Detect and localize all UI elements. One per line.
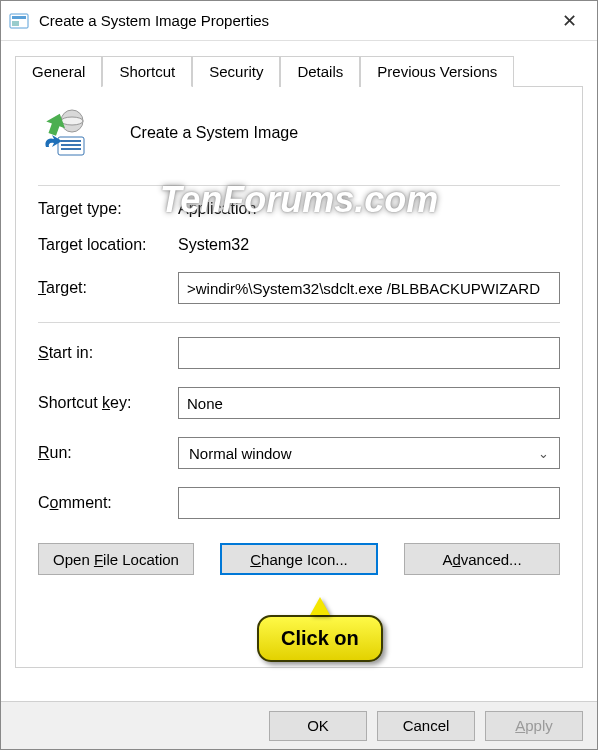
apply-button[interactable]: Apply — [485, 711, 583, 741]
label-target-location: Target location: — [38, 236, 178, 254]
label-comment: Comment: — [38, 494, 178, 512]
tab-body-shortcut: Create a System Image Target type: Appli… — [15, 86, 583, 668]
svg-rect-2 — [12, 21, 19, 26]
close-button[interactable]: ✕ — [549, 10, 589, 32]
svg-rect-7 — [61, 144, 81, 146]
dialog-content: TenForums.com General Shortcut Security … — [1, 41, 597, 701]
shortcut-key-input[interactable] — [178, 387, 560, 419]
label-start-in: Start in: — [38, 344, 178, 362]
field-run: Run: Normal window ⌄ — [38, 437, 560, 469]
field-comment: Comment: — [38, 487, 560, 519]
value-target-type: Application — [178, 200, 256, 218]
field-target-location: Target location: System32 — [38, 236, 560, 254]
tab-general[interactable]: General — [15, 56, 102, 87]
svg-point-4 — [61, 117, 83, 125]
titlebar: Create a System Image Properties ✕ — [1, 1, 597, 41]
start-in-input[interactable] — [178, 337, 560, 369]
divider — [38, 322, 560, 323]
window-title: Create a System Image Properties — [39, 12, 549, 29]
shortcut-name: Create a System Image — [130, 124, 298, 142]
ok-button[interactable]: OK — [269, 711, 367, 741]
field-target-type: Target type: Application — [38, 200, 560, 218]
label-target: Target: — [38, 279, 178, 297]
tab-security[interactable]: Security — [192, 56, 280, 87]
label-shortcut-key: Shortcut key: — [38, 394, 178, 412]
chevron-down-icon: ⌄ — [538, 446, 549, 461]
run-select[interactable]: Normal window ⌄ — [178, 437, 560, 469]
callout-text: Click on — [257, 615, 383, 662]
divider — [38, 185, 560, 186]
advanced-button[interactable]: Advanced... — [404, 543, 560, 575]
shortcut-header: Create a System Image — [38, 107, 560, 159]
target-input[interactable] — [178, 272, 560, 304]
field-target: Target: — [38, 272, 560, 304]
annotation-callout: Click on — [257, 597, 383, 662]
field-shortcut-key: Shortcut key: — [38, 387, 560, 419]
callout-arrow-icon — [310, 597, 330, 615]
run-value: Normal window — [189, 445, 292, 462]
shortcut-buttons: Open File Location Change Icon... Advanc… — [38, 543, 560, 575]
svg-rect-1 — [12, 16, 26, 19]
comment-input[interactable] — [178, 487, 560, 519]
value-target-location: System32 — [178, 236, 249, 254]
change-icon-button[interactable]: Change Icon... — [220, 543, 378, 575]
label-run: Run: — [38, 444, 178, 462]
svg-rect-6 — [61, 140, 81, 142]
tab-strip: General Shortcut Security Details Previo… — [15, 55, 583, 86]
tab-details[interactable]: Details — [280, 56, 360, 87]
open-file-location-button[interactable]: Open File Location — [38, 543, 194, 575]
cancel-button[interactable]: Cancel — [377, 711, 475, 741]
app-icon — [9, 11, 29, 31]
tab-shortcut[interactable]: Shortcut — [102, 56, 192, 87]
field-start-in: Start in: — [38, 337, 560, 369]
svg-rect-8 — [61, 148, 81, 150]
properties-dialog: Create a System Image Properties ✕ TenFo… — [0, 0, 598, 750]
label-target-type: Target type: — [38, 200, 178, 218]
shortcut-icon — [38, 107, 90, 159]
dialog-bottom-bar: OK Cancel Apply — [1, 701, 597, 749]
tab-previous-versions[interactable]: Previous Versions — [360, 56, 514, 87]
